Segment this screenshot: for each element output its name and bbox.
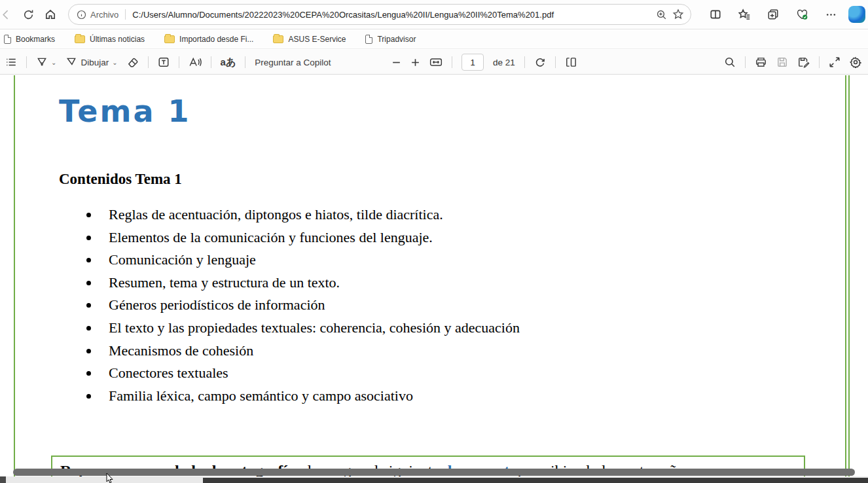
collections-icon[interactable] xyxy=(762,3,784,26)
page-total-label: de 21 xyxy=(493,58,515,67)
bookmark-folder[interactable]: ASUS E-Service xyxy=(273,35,346,44)
save-as-icon[interactable] xyxy=(797,56,810,68)
bottom-edge-left xyxy=(0,476,6,483)
read-aloud-icon[interactable] xyxy=(189,56,202,68)
info-icon xyxy=(77,10,86,20)
folder-icon xyxy=(273,35,283,43)
pen-icon xyxy=(65,56,77,68)
table-of-contents-icon[interactable] xyxy=(5,56,17,68)
draw-tool[interactable]: Dibujar ⌄ xyxy=(65,56,117,68)
folder-icon xyxy=(164,35,175,43)
favorites-hub-icon[interactable] xyxy=(733,3,755,26)
list-item: Reglas de acentuación, diptongos e hiato… xyxy=(99,206,520,223)
page-border-left xyxy=(14,75,15,476)
bookmark-label: Bookmarks xyxy=(16,35,55,44)
bookmark-folder[interactable]: Últimas noticias xyxy=(75,35,145,44)
page-border-right xyxy=(845,75,846,476)
site-info[interactable]: Archivo xyxy=(77,10,118,20)
copilot-icon[interactable] xyxy=(848,6,865,23)
eraser-icon[interactable] xyxy=(127,56,139,68)
zoom-in-icon[interactable] xyxy=(410,58,420,67)
contents-list: Reglas de acentuación, diptongos e hiato… xyxy=(99,206,520,410)
bookmark-label: Últimas noticias xyxy=(90,35,145,44)
draw-label: Dibujar xyxy=(81,58,109,67)
print-icon[interactable] xyxy=(755,56,767,68)
save-icon xyxy=(776,56,788,68)
address-prefix: Archivo xyxy=(90,10,118,20)
horizontal-scrollbar[interactable] xyxy=(13,469,855,476)
favorite-star-icon[interactable] xyxy=(672,9,684,20)
pdf-page: Tema 1 Contenidos Tema 1 Reglas de acent… xyxy=(0,75,868,483)
bookmarks-bar: Bookmarks Últimas noticias Importado des… xyxy=(0,30,868,49)
refresh-icon[interactable] xyxy=(17,3,39,26)
list-item: Comunicación y lenguaje xyxy=(99,251,520,268)
list-item: Familia léxica, campo semántico y campo … xyxy=(99,387,520,404)
split-screen-icon[interactable] xyxy=(704,3,727,26)
list-item: Géneros periodísticos de información xyxy=(99,296,520,313)
bookmark-label: ASUS E-Service xyxy=(288,35,346,44)
translate-icon[interactable]: aあ xyxy=(221,56,236,69)
fullscreen-icon[interactable] xyxy=(829,56,841,68)
page-number-input[interactable] xyxy=(461,54,484,71)
zoom-out-icon[interactable] xyxy=(391,58,401,67)
search-icon[interactable] xyxy=(724,56,736,68)
chevron-down-icon[interactable]: ⌄ xyxy=(112,59,117,66)
doc-heading: Contenidos Tema 1 xyxy=(59,171,182,188)
bookmark-label: Importado desde Fi... xyxy=(179,35,253,44)
bottom-edge-right xyxy=(203,478,868,483)
list-item: Resumen, tema y estructura de un texto. xyxy=(99,274,520,291)
folder-icon xyxy=(75,35,85,43)
address-separator xyxy=(125,9,126,20)
page-border-right-outer xyxy=(848,75,850,476)
mouse-cursor xyxy=(105,473,114,483)
chevron-down-icon[interactable]: ⌄ xyxy=(51,59,56,66)
bookmark-item[interactable]: Tripadvisor xyxy=(365,35,416,44)
list-item: Mecanismos de cohesión xyxy=(99,342,520,359)
browser-nav-bar: Archivo C:/Users/Alumno/Documents/202220… xyxy=(0,0,868,29)
browser-essentials-icon[interactable] xyxy=(791,3,813,26)
home-icon[interactable] xyxy=(39,3,62,26)
list-item: Elementos de la comunicación y funciones… xyxy=(99,229,520,246)
zoom-page-icon[interactable] xyxy=(656,9,667,20)
rotate-icon[interactable] xyxy=(534,56,546,68)
page-view-icon[interactable] xyxy=(565,56,577,68)
pdf-toolbar: ⌄ Dibujar ⌄ aあ Preguntar a Copilot xyxy=(0,50,868,75)
bookmark-item[interactable]: Bookmarks xyxy=(4,35,55,44)
bookmark-label: Tripadvisor xyxy=(377,35,416,44)
list-item: Conectores textuales xyxy=(99,365,520,382)
bookmark-folder[interactable]: Importado desde Fi... xyxy=(164,35,253,44)
page-icon xyxy=(4,35,11,44)
highlighter-tool[interactable]: ⌄ xyxy=(36,56,56,68)
more-menu-icon[interactable] xyxy=(820,3,842,26)
page-icon xyxy=(365,35,372,44)
highlighter-icon xyxy=(36,56,48,68)
settings-gear-icon[interactable] xyxy=(850,56,861,68)
bottom-edge xyxy=(0,476,868,483)
list-item: El texto y las propiedades textuales: co… xyxy=(99,319,520,336)
add-text-icon[interactable] xyxy=(158,56,170,68)
ask-copilot-button[interactable]: Preguntar a Copilot xyxy=(255,58,331,67)
doc-title: Tema 1 xyxy=(59,94,190,129)
fit-to-width-icon[interactable] xyxy=(429,57,443,67)
ask-copilot-label: Preguntar a Copilot xyxy=(255,58,331,67)
address-bar[interactable]: Archivo C:/Users/Alumno/Documents/202220… xyxy=(68,4,691,25)
back-icon[interactable] xyxy=(0,3,17,26)
url-text[interactable]: C:/Users/Alumno/Documents/20222023%20CEP… xyxy=(132,10,651,20)
